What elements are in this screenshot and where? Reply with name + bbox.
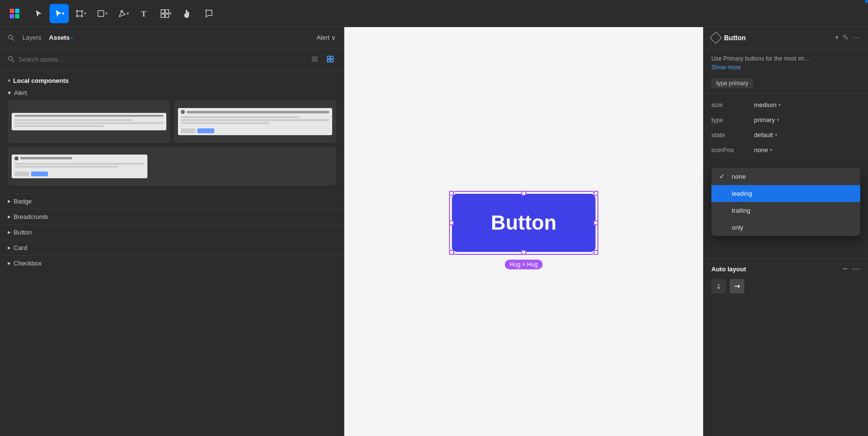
svg-rect-0 bbox=[10, 9, 14, 13]
handle-ml bbox=[449, 220, 454, 225]
list-view-btn[interactable] bbox=[309, 53, 321, 65]
size-dropdown[interactable]: medium ▾ bbox=[754, 101, 781, 109]
right-panel: Button ▾ ✎ ⋯ Use Primary buttons for the… bbox=[703, 27, 868, 436]
autolayout-dots[interactable]: ⋯ bbox=[852, 264, 860, 274]
alert-component-2[interactable] bbox=[174, 100, 337, 143]
section-breadcrumb[interactable]: ▶ Breadcrumb bbox=[0, 209, 344, 224]
dropdown-item-only[interactable]: only bbox=[711, 219, 860, 236]
handle-br bbox=[594, 250, 598, 255]
canvas-area[interactable]: Button Hug × Hug bbox=[344, 27, 703, 436]
svg-rect-1 bbox=[15, 9, 19, 13]
local-components-header[interactable]: ▾ Local components bbox=[0, 74, 344, 87]
section-button[interactable]: ▶ Button bbox=[0, 224, 344, 240]
tab-assets[interactable]: Assets bbox=[49, 32, 73, 43]
svg-rect-3 bbox=[15, 14, 19, 18]
more-options-icon[interactable]: ⋯ bbox=[852, 33, 860, 42]
svg-point-22 bbox=[9, 57, 13, 61]
tab-layers[interactable]: Layers bbox=[22, 32, 41, 43]
mock-alert-1 bbox=[12, 113, 166, 130]
svg-rect-16 bbox=[161, 10, 164, 13]
handle-tl bbox=[449, 191, 454, 196]
state-value: default bbox=[754, 131, 773, 139]
alert-dropdown[interactable]: Alert ∨ bbox=[317, 34, 336, 41]
alert-section: ▾ Alert bbox=[0, 87, 344, 193]
breadcrumb-label: Breadcrumb bbox=[14, 213, 48, 220]
svg-rect-17 bbox=[165, 10, 169, 13]
alert-card-inner-3 bbox=[8, 147, 336, 186]
alert-card-inner-1 bbox=[8, 100, 170, 143]
prop-row-iconpos: iconPos none ▾ bbox=[704, 142, 868, 157]
state-dropdown[interactable]: default ▾ bbox=[754, 131, 777, 139]
checkbox-label: Checkbox bbox=[14, 260, 42, 267]
svg-rect-27 bbox=[327, 56, 330, 59]
size-label: size bbox=[711, 101, 750, 109]
local-components-chevron: ▾ bbox=[8, 78, 10, 83]
section-card[interactable]: ▶ Card bbox=[0, 240, 344, 255]
autolayout-controls bbox=[711, 279, 860, 294]
search-assets-input[interactable] bbox=[18, 56, 305, 63]
hand-tool-btn[interactable] bbox=[177, 4, 197, 23]
iconpos-chevron: ▾ bbox=[770, 147, 772, 153]
autolayout-minus[interactable]: − bbox=[842, 264, 848, 274]
type-dropdown[interactable]: primary ▾ bbox=[754, 116, 779, 124]
left-panel-header: Layers Assets Alert ∨ bbox=[0, 27, 344, 48]
shape-tool-btn[interactable]: ▾ bbox=[92, 4, 112, 23]
select-tool-btn[interactable] bbox=[29, 4, 48, 23]
iconpos-dropdown-menu: ✓ none leading trailing only bbox=[711, 168, 860, 236]
search-icon bbox=[8, 34, 15, 41]
checkbox-chevron: ▶ bbox=[8, 261, 11, 265]
text-tool-btn[interactable]: T bbox=[135, 4, 154, 23]
alert-label: Alert bbox=[14, 89, 27, 96]
alert-component-wide bbox=[8, 147, 336, 186]
pen-tool-btn[interactable]: ▾ bbox=[113, 4, 133, 23]
al-down-btn[interactable] bbox=[711, 279, 726, 294]
prop-row-state: state default ▾ bbox=[704, 127, 868, 142]
iconpos-dropdown[interactable]: none ▾ bbox=[754, 146, 772, 154]
svg-rect-2 bbox=[10, 14, 14, 18]
panel-title: Button bbox=[724, 34, 832, 42]
button-preview[interactable]: Button bbox=[452, 194, 595, 252]
state-label: state bbox=[711, 131, 750, 139]
section-checkbox[interactable]: ▶ Checkbox bbox=[0, 255, 344, 271]
edit-icon[interactable]: ✎ bbox=[842, 33, 849, 42]
svg-line-23 bbox=[12, 60, 15, 62]
type-chevron: ▾ bbox=[777, 117, 779, 123]
handle-tr bbox=[594, 191, 598, 196]
dropdown-item-none[interactable]: ✓ none bbox=[711, 168, 860, 185]
al-right-btn[interactable] bbox=[730, 279, 744, 294]
handle-bm bbox=[521, 250, 526, 255]
handle-bl bbox=[449, 250, 454, 255]
prop-row-type: type primary ▾ bbox=[704, 112, 868, 127]
mock-alert-3 bbox=[12, 155, 147, 178]
dropdown-item-trailing[interactable]: trailing bbox=[711, 202, 860, 219]
check-none: ✓ bbox=[719, 172, 727, 180]
iconpos-label: iconPos bbox=[711, 146, 750, 154]
alert-component-1[interactable] bbox=[8, 100, 170, 143]
svg-rect-30 bbox=[331, 60, 333, 62]
dropdown-item-leading[interactable]: leading bbox=[711, 185, 860, 202]
alert-subsection-header[interactable]: ▾ Alert bbox=[8, 87, 336, 100]
library-btn[interactable] bbox=[324, 53, 336, 65]
panel-header-right: Alert ∨ bbox=[317, 34, 336, 41]
frame-tool-btn[interactable]: ▾ bbox=[71, 4, 90, 23]
show-more-link[interactable]: Show more bbox=[704, 63, 868, 77]
alert-component-3[interactable] bbox=[8, 147, 336, 186]
props-section: size medium ▾ type primary ▾ state defau… bbox=[704, 93, 868, 161]
autolayout-header-controls: − ⋯ bbox=[842, 264, 860, 274]
comment-tool-btn[interactable] bbox=[199, 4, 218, 23]
search-bar bbox=[0, 48, 344, 70]
logo[interactable] bbox=[6, 5, 23, 22]
svg-rect-19 bbox=[165, 14, 169, 17]
tool-group-select: ▾ bbox=[29, 4, 69, 23]
size-value: medium bbox=[754, 101, 776, 109]
breadcrumb-chevron: ▶ bbox=[8, 215, 11, 219]
select-arrow-btn[interactable]: ▾ bbox=[49, 4, 69, 23]
svg-line-21 bbox=[12, 38, 15, 41]
panel-tabs: Layers Assets bbox=[22, 32, 309, 43]
component-tool-btn[interactable]: ▾ bbox=[156, 4, 176, 23]
button-selection-wrapper[interactable]: Button bbox=[452, 194, 595, 252]
local-components-label: Local components bbox=[13, 77, 69, 84]
title-dropdown-arrow[interactable]: ▾ bbox=[836, 34, 838, 41]
autolayout-section: Auto layout − ⋯ bbox=[704, 258, 868, 298]
section-badge[interactable]: ▶ Badge bbox=[0, 193, 344, 209]
